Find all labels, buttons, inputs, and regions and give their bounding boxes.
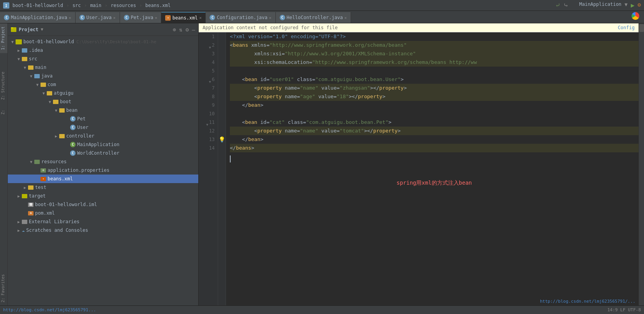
breadcrumb-sep-1: › [66,2,69,8]
idea-folder-icon [22,48,27,53]
editor-content: 1 ▼2 3 4 5 ▼6 7 8 9 [199,32,639,305]
tree-java[interactable]: ▼ java [8,72,198,80]
tab-close-user[interactable]: ✕ [113,16,116,20]
fold-6[interactable]: ▼ [207,78,211,81]
svg-rect-11 [53,100,58,104]
tab-beans-xml[interactable]: ✦ beans.xml ✕ [161,12,206,23]
tab-close-hello[interactable]: ✕ [344,16,347,20]
minimize-icon[interactable]: – [192,26,195,33]
root-label: boot-01-helloworld [23,39,74,44]
expand-com: ▼ [34,83,41,87]
tree-root[interactable]: ▼ boot-01-helloworld C:\Users\lfy\Deskto… [8,37,198,46]
structure-side-label[interactable]: Z: Structure [0,69,7,103]
project-side-label[interactable]: 1: Project [0,23,7,53]
z-side-label[interactable]: Z: [0,107,7,118]
line-number-area: 1 ▼2 3 4 5 ▼6 7 8 9 [199,32,226,305]
tree-main-app[interactable]: ▶ C MainApplication [8,140,198,149]
tree-com[interactable]: ▼ com [8,80,198,89]
tree-main[interactable]: ▼ main [8,63,198,72]
path-resources: resources [111,3,136,8]
fold-2[interactable]: ▼ [207,43,211,47]
tab-hello-controller[interactable]: C HelloController.java ✕ [276,12,351,23]
expand-controller: ▶ [53,134,59,138]
iml-label: boot-01-helloworld.iml [35,202,97,207]
main-label: main [35,65,46,70]
tab-label-pet: Pet.java [131,15,154,20]
tree-idea[interactable]: ▶ .idea [8,46,198,55]
gi-9 [218,101,226,109]
main-folder-icon [28,65,34,70]
sort-icon[interactable]: ⇅ [179,26,182,33]
pom-label: pom.xml [35,210,55,216]
svg-rect-3 [11,27,13,28]
tree-atguigu[interactable]: ▼ atguigu [8,89,198,97]
tree-src[interactable]: ▼ src [8,55,198,63]
tab-configuration[interactable]: C Configuration.java ✕ [206,12,275,23]
resources-label: resources [41,159,67,164]
code-line-9: </bean> [230,101,639,109]
editor-comment: spring用xml的方式注入bean [230,164,639,194]
settings-icon[interactable]: ⚙ [185,26,189,33]
ext-label: External Libraries [29,219,79,224]
code-line-13: </bean> [230,135,639,144]
status-link-bottom[interactable]: http://blog.csdn.net/lmj623565791... [3,307,96,312]
ln-12: 12 [199,127,218,135]
tree-beans-xml[interactable]: ▶ ✦ beans.xml [8,175,198,183]
tree-scratches[interactable]: ▶ ☁ Scratches and Consoles [8,226,198,235]
notice-config-link[interactable]: Config [618,25,635,30]
ln-4: 4 [199,58,218,67]
dropdown-arrow-icon: ▼ [625,2,628,9]
tree-pet[interactable]: ▶ C Pet [8,115,198,123]
tree-boot[interactable]: ▼ boot [8,97,198,106]
scrollbar-thumb[interactable] [639,24,644,32]
tree-bean[interactable]: ▼ bean ← [8,106,198,115]
tab-close-config[interactable]: ✕ [269,16,272,20]
tree-iml[interactable]: ▶ ⬜ boot-01-helloworld.iml [8,200,198,209]
tree-ext-libs[interactable]: ▶ External Libraries [8,217,198,226]
run-icon[interactable]: ▶ [631,2,635,9]
tree-target[interactable]: ▶ target [8,192,198,200]
debug-icon[interactable]: ⚙ [638,2,641,9]
fold-11[interactable]: ▼ [205,120,208,124]
gi-6 [218,75,226,84]
gi-8 [218,92,226,101]
project-dropdown-arrow[interactable]: ▼ [41,27,44,32]
tree-resources[interactable]: ▼ resources [8,157,198,166]
status-link[interactable]: http://blog.csdn.net/lmj623565791/... [540,299,635,304]
main-app-dropdown[interactable]: MainApplication [579,2,621,9]
expand-src: ▼ [16,57,22,61]
code-area[interactable]: <?xml version="1.0" encoding="UTF-8"?> <… [226,32,639,305]
java-icon-pet: C [124,15,129,20]
gi-5 [218,67,226,75]
tree-user[interactable]: ▶ C User [8,123,198,132]
tree-pom[interactable]: ▶ m pom.xml [8,209,198,217]
target-label: target [29,193,46,199]
user-label: User [77,125,88,130]
chrome-icon [632,12,639,20]
lightbulb-icon[interactable]: 💡 [219,136,225,143]
favorites-side-label[interactable]: 2: Favorites [0,271,7,305]
tree-app-props[interactable]: ▶ ⚙ application.properties [8,166,198,175]
arrow-fwd-icon[interactable]: ⤷ [563,2,568,9]
tree-controller[interactable]: ▶ controller ← [8,132,198,140]
tab-close-main[interactable]: ✕ [69,16,71,20]
arrow-back-icon[interactable]: ⤶ [555,2,560,9]
expand-arrow-root: ▼ [9,40,16,44]
root-path: C:\Users\lfy\Desktop\boot-01-he [76,39,156,44]
line-numbers: 1 ▼2 3 4 5 ▼6 7 8 9 [199,32,218,305]
tree-world-ctrl[interactable]: ▶ C WorldController [8,149,198,157]
java-icon-user: C [79,15,85,20]
side-panel-labels: 1: Project Z: Structure Z: 2: Favorites [0,23,8,305]
tab-pet[interactable]: C Pet.java ✕ [120,12,162,23]
src-label: src [29,56,37,62]
code-line-10 [230,109,639,118]
tree-test[interactable]: ▶ test [8,183,198,192]
status-bar: http://blog.csdn.net/lmj623565791... 14:… [0,305,644,314]
main-app-label: MainApplication [77,142,119,147]
sync-icon[interactable]: ⊕ [173,26,176,33]
tab-close-beans[interactable]: ✕ [199,16,201,20]
tab-close-pet[interactable]: ✕ [155,16,157,20]
svg-rect-10 [47,91,52,95]
tab-main-application[interactable]: C MainApplication.java ✕ [0,12,76,23]
tab-user[interactable]: C User.java ✕ [76,12,120,23]
